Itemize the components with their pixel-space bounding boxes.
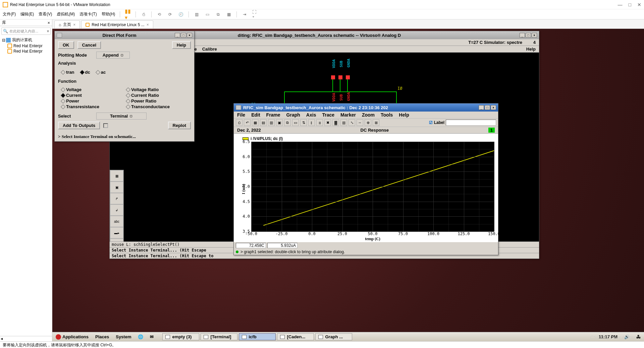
cancel-button[interactable]: Cancel xyxy=(77,41,101,49)
close-icon[interactable]: × xyxy=(532,33,537,38)
task-button[interactable]: [Terminal] xyxy=(201,333,237,340)
close-icon[interactable]: × xyxy=(491,105,496,110)
add-to-outputs-button[interactable]: Add To Outputs xyxy=(58,122,100,129)
palette-tool[interactable]: ↲ xyxy=(110,204,123,216)
palette-tool[interactable]: abc xyxy=(110,216,123,227)
analysis-radio[interactable]: dc xyxy=(80,70,90,75)
tool-icon[interactable]: ⧉ xyxy=(284,119,291,126)
menu-tabs[interactable]: 选项卡(T) xyxy=(79,11,97,17)
task-button[interactable]: [Caden... xyxy=(277,333,314,340)
function-radio[interactable]: Transconductance xyxy=(126,104,187,109)
pin-terminal[interactable] xyxy=(338,75,342,79)
menu-help[interactable]: Help xyxy=(399,112,409,118)
send-cad-icon[interactable]: ⎙ xyxy=(141,11,147,17)
single-view-icon[interactable]: ▭ xyxy=(204,11,210,17)
menu-edit[interactable]: 编辑(E) xyxy=(20,11,34,17)
grid-icon[interactable]: ▦ xyxy=(252,119,259,126)
function-radio[interactable]: Transresistance xyxy=(61,104,122,109)
menu-tools[interactable]: Tools xyxy=(381,112,393,118)
print-icon[interactable]: ⎙ xyxy=(236,119,243,126)
tool-icon[interactable]: ⫿ xyxy=(308,119,315,126)
menu-help[interactable]: Help xyxy=(526,47,536,52)
menu-frame[interactable]: Frame xyxy=(266,112,280,118)
fullscreen-icon[interactable]: ⛶ ▾ xyxy=(252,11,258,17)
menu-graph[interactable]: Graph xyxy=(286,112,300,118)
tab-close-icon[interactable]: × xyxy=(147,22,149,27)
menu-vm[interactable]: 虚拟机(M) xyxy=(57,11,75,17)
function-radio[interactable]: Voltage xyxy=(61,87,122,92)
menu-zoom[interactable]: Zoom xyxy=(362,112,375,118)
tab-close-icon[interactable]: × xyxy=(73,22,75,27)
maximize-icon[interactable]: □ xyxy=(485,105,490,110)
redhat-menu[interactable]: Applications xyxy=(52,332,92,341)
strip-icon[interactable]: ▤ xyxy=(260,119,267,126)
unity-icon[interactable]: ⧉ xyxy=(215,11,221,17)
tool-icon[interactable]: ⤡ xyxy=(348,119,355,126)
layout-icon[interactable]: ▥ xyxy=(268,119,275,126)
search-input[interactable]: 🔍 在此处键入内容... ▾ xyxy=(1,27,51,35)
menu-file[interactable]: File xyxy=(237,112,245,118)
snapshot-mgr-icon[interactable]: 🕘 xyxy=(178,11,184,17)
plot-index[interactable]: 1 xyxy=(488,128,495,133)
launcher-icon[interactable]: 🌐 xyxy=(135,332,147,341)
tool-icon[interactable]: ↔ xyxy=(357,119,363,126)
analysis-radio[interactable]: ac xyxy=(96,70,106,75)
tool-icon[interactable]: ✖ xyxy=(324,119,331,126)
minimize-icon[interactable]: _ xyxy=(175,33,180,38)
snapshot-icon[interactable]: ⟲ xyxy=(156,11,162,17)
tool-icon[interactable]: ▣ xyxy=(276,119,283,126)
label-input[interactable] xyxy=(446,120,496,126)
function-radio[interactable]: Voltage Ratio xyxy=(126,87,187,92)
minimize-icon[interactable]: — xyxy=(618,2,623,7)
dropdown-icon[interactable]: ▾ xyxy=(47,29,49,33)
function-radio[interactable]: Power xyxy=(61,98,122,103)
tab-vm[interactable]: Red Hat Enterprise Linux 5 ... × xyxy=(81,20,153,28)
tool-icon[interactable]: ⫼ xyxy=(316,119,323,126)
minimize-icon[interactable]: _ xyxy=(520,33,525,38)
menu-marker[interactable]: Marker xyxy=(340,112,356,118)
palette-tool[interactable]: ▬▸ xyxy=(110,227,123,238)
menu-axis[interactable]: Axis xyxy=(306,112,316,118)
maximize-icon[interactable]: □ xyxy=(629,2,631,7)
label-checkbox[interactable]: ☑ xyxy=(429,120,433,125)
side-by-side-icon[interactable]: ▥ xyxy=(194,11,200,17)
maximize-icon[interactable]: □ xyxy=(526,33,531,38)
sysmenu-icon[interactable] xyxy=(57,33,62,38)
pause-icon[interactable]: ▮▮ ▾ xyxy=(125,11,131,17)
launcher-icon[interactable]: ✉ xyxy=(147,332,157,341)
menu-item[interactable]: Calibre xyxy=(202,47,217,52)
function-radio[interactable]: Current Ratio xyxy=(126,93,187,98)
plot-canvas[interactable]: I (uA) 3.54.04.55.05.56.06.5 xyxy=(251,142,494,231)
close-icon[interactable]: × xyxy=(187,33,192,38)
sidebar-close-icon[interactable]: × xyxy=(48,20,50,25)
enter-vm-icon[interactable]: ⇥ xyxy=(241,11,248,17)
system-menu[interactable]: System xyxy=(112,332,135,341)
undo-icon[interactable]: ↶ xyxy=(244,119,251,126)
snapshot-rev-icon[interactable]: ⟳ xyxy=(167,11,173,17)
menu-trace[interactable]: Trace xyxy=(322,112,334,118)
tool-icon[interactable]: ⇅ xyxy=(300,119,307,126)
tab-home[interactable]: ⌂ 主页 × xyxy=(54,20,80,28)
places-menu[interactable]: Places xyxy=(92,332,112,341)
tool-icon[interactable]: ▭ xyxy=(292,119,299,126)
maximize-icon[interactable]: □ xyxy=(181,33,186,38)
task-button[interactable]: Graph ... xyxy=(315,333,352,340)
tool-icon[interactable]: ▥ xyxy=(340,119,347,126)
minimize-icon[interactable]: _ xyxy=(479,105,484,110)
pin-terminal[interactable] xyxy=(331,75,335,79)
function-radio[interactable]: Power Ratio xyxy=(126,98,187,103)
replot-button[interactable]: Replot xyxy=(168,122,191,129)
function-radio[interactable]: Current xyxy=(61,93,122,98)
task-button[interactable]: empty (3) xyxy=(162,333,199,340)
select-dropdown[interactable]: Terminal▢ xyxy=(96,113,147,120)
palette-tool[interactable]: ▦ xyxy=(110,170,123,182)
menu-file[interactable]: 文件(F) xyxy=(3,11,16,17)
close-icon[interactable]: ✕ xyxy=(637,2,641,7)
menu-help[interactable]: 帮助(H) xyxy=(102,11,115,17)
palette-tool[interactable]: ▤ xyxy=(110,238,123,241)
thumbnail-icon[interactable]: ▦ xyxy=(226,11,232,17)
tree-item[interactable]: Red Hat Enterpr xyxy=(1,43,51,49)
menu-view[interactable]: 查看(V) xyxy=(39,11,52,17)
waveform-window[interactable]: RFIC_sim Bandgap_testbench_Aurora schema… xyxy=(233,103,498,255)
pin-terminal[interactable] xyxy=(346,75,350,79)
